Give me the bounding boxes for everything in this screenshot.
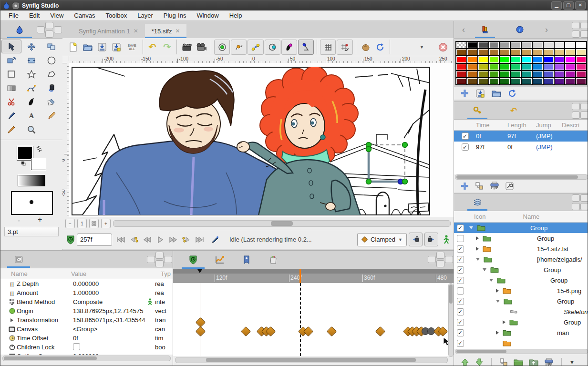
- palette-color[interactable]: [478, 71, 488, 77]
- smooth-move-tool-button[interactable]: [21, 40, 41, 53]
- expand-right-icon[interactable]: [496, 289, 499, 293]
- layer-row[interactable]: ✓: [454, 338, 588, 348]
- param-value[interactable]: 1.000000: [73, 289, 144, 296]
- time-cursor[interactable]: [299, 269, 301, 283]
- palette-color[interactable]: [500, 49, 510, 55]
- raise-layer-button[interactable]: [461, 358, 469, 366]
- palette-color[interactable]: [544, 56, 554, 62]
- info-tab[interactable]: i: [505, 21, 534, 38]
- prev-frame-button[interactable]: [141, 234, 153, 246]
- close-button[interactable]: ✕: [575, 1, 586, 10]
- gradient-tool-button[interactable]: [1, 81, 21, 95]
- palette-color[interactable]: [533, 42, 543, 48]
- palette-color[interactable]: [456, 64, 466, 70]
- palette-color[interactable]: [555, 71, 565, 77]
- palette-color[interactable]: [565, 78, 575, 84]
- toggle-angle-handles-button[interactable]: [298, 40, 314, 55]
- palette-color[interactable]: [478, 42, 488, 48]
- next-frame-button[interactable]: [167, 234, 180, 246]
- palette-color[interactable]: [456, 56, 466, 62]
- render-man-icon[interactable]: [443, 235, 450, 244]
- group-layer-button[interactable]: [514, 358, 523, 366]
- palette-color[interactable]: [456, 78, 466, 84]
- waypoint-diamond[interactable]: [195, 317, 205, 327]
- palette-color[interactable]: [555, 49, 565, 55]
- layer-visibility-checkbox[interactable]: [457, 287, 464, 295]
- lock-future-keyframe-button[interactable]: [424, 233, 438, 246]
- metadata-tab[interactable]: [260, 251, 287, 269]
- expand-right-icon[interactable]: [503, 320, 505, 324]
- outline-color-swatch[interactable]: [31, 158, 46, 170]
- expand-right-icon[interactable]: [476, 247, 479, 251]
- layer-row[interactable]: ✓Group: [454, 317, 588, 327]
- dock-corner-widget[interactable]: [563, 103, 588, 118]
- close-tab-icon[interactable]: ✕: [175, 28, 180, 34]
- keyframes-hscrollbar[interactable]: [455, 174, 588, 180]
- palette-color[interactable]: [522, 71, 532, 77]
- history-tab[interactable]: ↶: [502, 102, 526, 119]
- layer-row[interactable]: ✓15-4.sifz.lst: [454, 244, 588, 254]
- zoom-tool-button[interactable]: [21, 122, 41, 136]
- layer-row[interactable]: ✓Group: [454, 296, 588, 306]
- toggle-radius-handles-button[interactable]: [265, 40, 280, 55]
- palette-color[interactable]: [555, 56, 565, 62]
- palette-color[interactable]: [576, 64, 586, 70]
- dock-corner-widget[interactable]: [147, 252, 172, 267]
- render-button[interactable]: [195, 40, 208, 54]
- expand-right-icon[interactable]: [476, 236, 479, 240]
- duplicate-keyframe-button[interactable]: [475, 182, 484, 190]
- layer-row[interactable]: Group: [454, 233, 588, 244]
- lock-past-keyframe-button[interactable]: [409, 233, 423, 246]
- brush-tool-button[interactable]: [1, 122, 21, 136]
- seek-begin-button[interactable]: [114, 234, 126, 246]
- palette-color[interactable]: [565, 56, 575, 62]
- star-tool-button[interactable]: [21, 67, 41, 81]
- param-row[interactable]: Time Offset0ftim: [0, 334, 173, 343]
- menu-layer[interactable]: Layer: [132, 11, 158, 20]
- palette-color[interactable]: [500, 56, 510, 62]
- menu-plugins[interactable]: Plug-Ins: [158, 11, 192, 20]
- seek-prev-keyframe-button[interactable]: [127, 234, 140, 246]
- menu-canvas[interactable]: Canvas: [69, 11, 100, 20]
- refresh-button[interactable]: [373, 40, 387, 54]
- width-tool-button[interactable]: [21, 53, 41, 67]
- params-hscrollbar[interactable]: [2, 356, 171, 361]
- palette-color[interactable]: [511, 71, 521, 77]
- dock-corner-widget[interactable]: [563, 194, 588, 210]
- palette-color[interactable]: [544, 71, 554, 77]
- expand-down-icon[interactable]: [489, 279, 493, 282]
- dock-corner-widget[interactable]: [428, 252, 453, 267]
- curves-tab[interactable]: [206, 251, 233, 269]
- param-row[interactable]: Canvas<Group>can: [0, 325, 173, 334]
- save-button[interactable]: [95, 40, 109, 54]
- param-row[interactable]: πAmount1.000000rea: [0, 288, 173, 297]
- ink-tool-button[interactable]: [1, 109, 21, 122]
- keyframe-row[interactable]: ✓97f0f(JMP): [454, 142, 588, 152]
- seek-end-button[interactable]: [194, 234, 206, 246]
- palette-color[interactable]: [456, 71, 466, 77]
- save-palette-button[interactable]: [475, 89, 485, 98]
- palette-color[interactable]: [467, 78, 477, 84]
- zoom-fit-button[interactable]: [89, 219, 99, 228]
- palette-color[interactable]: [522, 78, 532, 84]
- maximize-button[interactable]: ▢: [563, 1, 574, 10]
- palette-color[interactable]: [565, 71, 575, 77]
- preview-button[interactable]: [180, 40, 193, 54]
- palette-color[interactable]: [489, 64, 499, 70]
- expand-down-icon[interactable]: [469, 226, 473, 229]
- library-tab[interactable]: [233, 251, 260, 269]
- layer-visibility-checkbox[interactable]: ✓: [457, 340, 464, 347]
- palette-color[interactable]: [522, 56, 532, 62]
- palette-color[interactable]: [478, 49, 488, 55]
- palette-color[interactable]: [565, 42, 575, 48]
- layer-visibility-checkbox[interactable]: ✓: [457, 224, 464, 232]
- draw-tool-button[interactable]: [21, 95, 41, 109]
- add-keyframe-button[interactable]: [461, 182, 469, 190]
- close-tab-icon[interactable]: ✕: [134, 28, 138, 34]
- palette-color[interactable]: [489, 42, 499, 48]
- menu-edit[interactable]: Edit: [24, 11, 45, 20]
- palette-color[interactable]: [533, 56, 543, 62]
- toggle-grid-button[interactable]: [320, 40, 336, 55]
- circle-tool-button[interactable]: [41, 53, 62, 67]
- polygon-tool-button[interactable]: [41, 67, 62, 81]
